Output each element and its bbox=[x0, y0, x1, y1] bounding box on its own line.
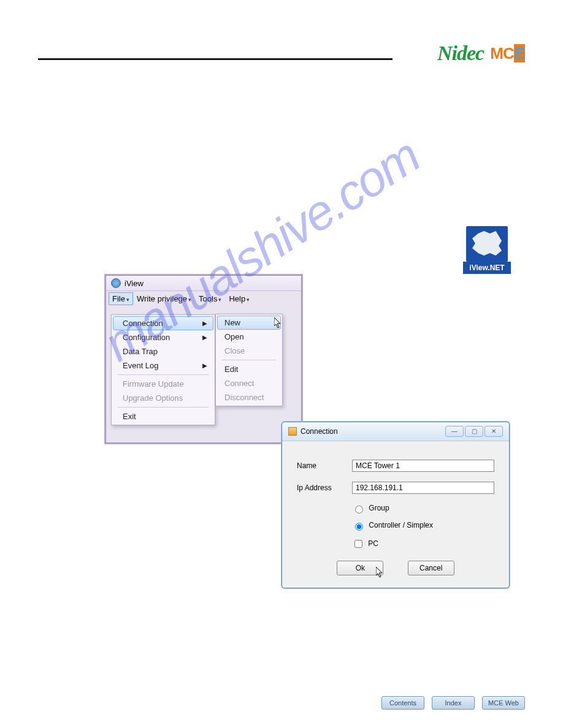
file-exit[interactable]: Exit bbox=[113, 409, 213, 423]
iview-net-shortcut[interactable]: iView.NET bbox=[463, 226, 511, 274]
maximize-button[interactable]: ▢ bbox=[465, 426, 483, 437]
menu-bar: File▾ Write privilege▾ Tools▾ Help▾ bbox=[106, 291, 301, 306]
menu-help[interactable]: Help▾ bbox=[225, 292, 253, 305]
connection-open[interactable]: Open bbox=[217, 330, 281, 344]
radio-controller[interactable]: Controller / Simplex bbox=[352, 521, 433, 529]
footer-contents[interactable]: Contents bbox=[381, 696, 424, 710]
dialog-title: Connection bbox=[301, 427, 338, 436]
shortcut-tile bbox=[466, 226, 508, 262]
footer-index[interactable]: Index bbox=[432, 696, 475, 710]
cancel-button[interactable]: Cancel bbox=[408, 561, 454, 575]
app-icon bbox=[111, 278, 121, 288]
minimize-button[interactable]: — bbox=[445, 426, 464, 437]
chevron-right-icon: ▶ bbox=[202, 334, 207, 341]
radio-group[interactable]: Group bbox=[352, 504, 389, 512]
connection-disconnect: Disconnect bbox=[217, 390, 281, 404]
dialog-button-row: Ok Cancel bbox=[297, 561, 494, 575]
chevron-right-icon: ▶ bbox=[202, 362, 207, 369]
check-pc[interactable]: PC bbox=[352, 539, 378, 548]
file-connection[interactable]: Connection ▶ bbox=[113, 316, 213, 330]
radio-controller-row: Controller / Simplex bbox=[352, 521, 494, 531]
radio-group-row: Group bbox=[352, 504, 494, 514]
caret-down-icon: ▾ bbox=[187, 297, 191, 303]
file-dropdown: Connection ▶ Configuration ▶ Data Trap E… bbox=[111, 314, 215, 425]
ip-label: Ip Address bbox=[297, 483, 352, 492]
menu-separator bbox=[118, 407, 209, 408]
menu-separator bbox=[118, 374, 209, 375]
title-bar: iView bbox=[106, 276, 301, 291]
connection-dialog: Connection — ▢ ✕ Name Ip Address Group C… bbox=[282, 422, 510, 588]
file-upgrade-options: Upgrade Options bbox=[113, 391, 213, 405]
connection-edit[interactable]: Edit bbox=[217, 362, 281, 376]
check-pc-row: PC bbox=[352, 538, 494, 550]
connection-close: Close bbox=[217, 344, 281, 358]
shortcut-label: iView.NET bbox=[463, 262, 511, 274]
caret-down-icon: ▾ bbox=[245, 297, 250, 303]
logo-mce: MCE bbox=[490, 44, 525, 63]
menu-file[interactable]: File▾ bbox=[109, 292, 133, 305]
file-event-log[interactable]: Event Log ▶ bbox=[113, 358, 213, 373]
connection-new[interactable]: New bbox=[217, 316, 281, 330]
name-field[interactable] bbox=[352, 460, 494, 472]
caret-down-icon: ▾ bbox=[125, 297, 129, 303]
chevron-right-icon: ▶ bbox=[202, 320, 207, 327]
dialog-icon bbox=[288, 427, 297, 436]
header-rule bbox=[38, 58, 393, 60]
ok-button[interactable]: Ok bbox=[337, 561, 383, 575]
footer-buttons: Contents Index MCE Web bbox=[381, 696, 525, 710]
file-data-trap[interactable]: Data Trap bbox=[113, 344, 213, 358]
menu-separator bbox=[222, 360, 276, 360]
footer-mceweb[interactable]: MCE Web bbox=[482, 696, 525, 710]
connection-connect: Connect bbox=[217, 376, 281, 390]
connection-submenu: New Open Close Edit Connect Disconnect bbox=[215, 314, 283, 406]
close-button[interactable]: ✕ bbox=[484, 426, 503, 437]
ip-field[interactable] bbox=[352, 482, 494, 494]
name-label: Name bbox=[297, 461, 352, 470]
window-title: iView bbox=[124, 279, 144, 288]
dialog-title-bar: Connection — ▢ ✕ bbox=[282, 422, 509, 441]
dialog-body: Name Ip Address Group Controller / Simpl… bbox=[282, 441, 509, 588]
menu-write-privilege[interactable]: Write privilege▾ bbox=[133, 292, 195, 305]
logo-nidec: Nidec bbox=[437, 42, 484, 65]
wrench-gear-icon bbox=[472, 231, 502, 256]
logo-group: Nidec MCE bbox=[437, 42, 525, 65]
menu-tools[interactable]: Tools▾ bbox=[195, 292, 225, 305]
file-configuration[interactable]: Configuration ▶ bbox=[113, 330, 213, 344]
window-controls: — ▢ ✕ bbox=[445, 426, 503, 437]
file-firmware-update: Firmware Update bbox=[113, 377, 213, 391]
iview-window: iView File▾ Write privilege▾ Tools▾ Help… bbox=[105, 275, 302, 443]
caret-down-icon: ▾ bbox=[217, 297, 221, 303]
